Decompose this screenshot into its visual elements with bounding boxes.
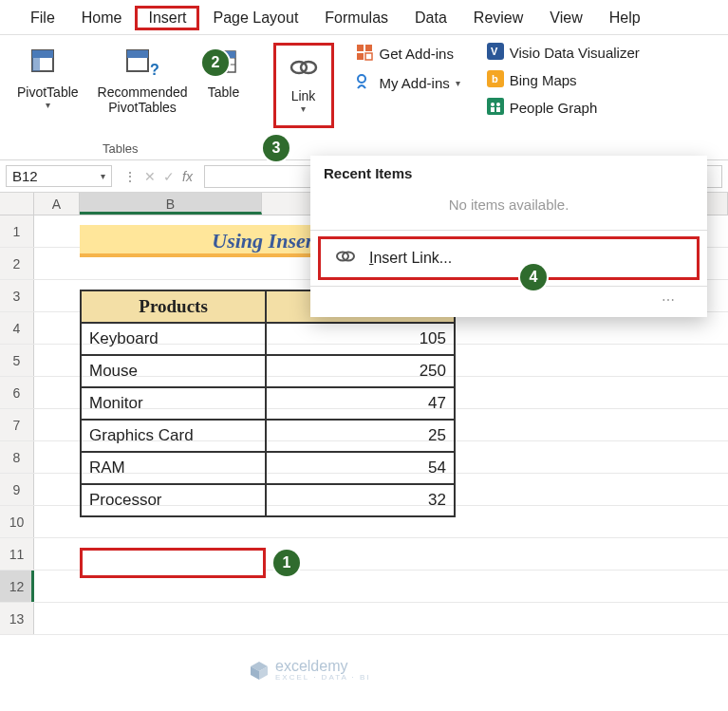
row-header[interactable]: 7 [0,409,34,440]
menu-file[interactable]: File [17,6,68,30]
svg-rect-16 [357,53,364,60]
row-header[interactable]: 9 [0,474,34,505]
row-header[interactable]: 5 [0,345,34,376]
my-addins-label: My Add-ins [380,75,450,91]
select-all-corner[interactable] [0,193,34,215]
selected-cell-b12[interactable] [80,548,266,578]
chevron-down-icon: ▾ [456,78,460,88]
dropdown-title: Recent Items [310,156,707,187]
menu-review[interactable]: Review [460,6,536,30]
get-addins-icon [355,43,374,65]
col-header-A[interactable]: A [34,193,80,215]
cell-unitsold[interactable]: 32 [266,484,455,516]
menu-bar: File Home Insert Page Layout Formulas Da… [0,0,728,35]
menu-home[interactable]: Home [68,6,136,30]
svg-rect-14 [357,45,364,51]
row-header[interactable]: 11 [0,538,34,570]
dropdown-more[interactable]: ⋯ [310,287,707,317]
chevron-down-icon: ▾ [301,103,306,115]
people-graph-icon [487,98,504,118]
svg-text:?: ? [150,62,159,78]
ribbon-group-tables-label: Tables [103,141,139,156]
row-header[interactable]: 10 [0,506,34,537]
svg-rect-15 [365,45,372,51]
step-badge-4: 4 [520,264,547,290]
insert-link-item[interactable]: Insert Link... [318,236,700,280]
recpivot-label-1: Recommended [98,84,188,100]
svg-text:b: b [492,73,498,84]
svg-rect-17 [365,53,372,60]
cell-unitsold[interactable]: 25 [266,420,455,452]
cell-product[interactable]: RAM [81,452,266,484]
cell-unitsold[interactable]: 105 [266,323,455,355]
th-products: Products [81,290,266,323]
recommended-pivottables-icon: ? [125,47,159,81]
step-badge-3: 3 [263,135,289,161]
cell-product[interactable]: Processor [81,484,266,516]
menu-insert[interactable]: Insert [135,6,199,30]
menu-data[interactable]: Data [401,6,460,30]
row-header[interactable]: 6 [0,377,34,408]
row-header[interactable]: 2 [0,248,34,279]
bing-label: Bing Maps [510,72,577,88]
bing-icon: b [487,70,504,90]
cell-product[interactable]: Graphics Card [81,420,266,452]
pivottable-label: PivotTable [17,84,79,100]
get-addins-button[interactable]: Get Add-ins [355,43,460,65]
svg-rect-27 [496,107,500,112]
menu-formulas[interactable]: Formulas [311,6,401,30]
cell-product[interactable]: Monitor [81,387,266,420]
svg-rect-4 [127,50,148,58]
svg-rect-2 [32,50,40,71]
accept-formula-icon[interactable]: ✓ [163,169,175,184]
cell-unitsold[interactable]: 54 [266,452,455,484]
menu-view[interactable]: View [536,6,595,30]
data-table: Products Unit Sold Keyboard105Mouse250Mo… [80,290,456,517]
col-header-B[interactable]: B [80,193,262,215]
row-header[interactable]: 13 [0,603,34,634]
watermark-name: exceldemy [275,659,371,674]
row-header[interactable]: 8 [0,441,34,473]
get-addins-label: Get Add-ins [380,46,454,62]
svg-point-24 [491,103,495,106]
dropdown-empty-text: No items available. [310,187,707,230]
watermark: exceldemy EXCEL · DATA · BI [249,659,371,682]
cell-product[interactable]: Mouse [81,355,266,387]
svg-text:V: V [491,46,498,57]
people-graph-button[interactable]: People Graph [487,98,640,118]
visio-button[interactable]: V Visio Data Visualizer [487,43,640,63]
step-badge-1: 1 [273,550,300,576]
row-header[interactable]: 1 [0,215,34,247]
link-icon [287,50,321,84]
visio-icon: V [487,43,504,63]
row-header[interactable]: 3 [0,280,34,311]
my-addins-icon [355,72,374,94]
svg-point-13 [301,62,316,73]
chevron-down-icon: ▾ [46,100,50,111]
row-header[interactable]: 4 [0,312,34,344]
row-header[interactable]: 12 [0,571,34,602]
cell-product[interactable]: Keyboard [81,323,266,355]
pivottable-button[interactable]: PivotTable▾ [11,43,84,121]
ribbon-insert: PivotTable▾ ? RecommendedPivotTables Tab… [0,35,728,160]
my-addins-button[interactable]: My Add-ins ▾ [355,72,460,94]
cell-unitsold[interactable]: 250 [266,355,455,387]
link-button-highlight: Link▾ [273,43,334,128]
bing-maps-button[interactable]: b Bing Maps [487,70,640,90]
cancel-formula-icon[interactable]: ✕ [144,169,156,184]
table-label: Table [208,84,239,100]
recommended-pivottables-button[interactable]: ? RecommendedPivotTables [92,43,194,121]
link-icon [335,248,356,269]
visio-label: Visio Data Visualizer [510,45,640,61]
name-box[interactable]: B12 ▾ [6,165,112,187]
cell-unitsold[interactable]: 47 [266,387,455,420]
insert-link-label: nsert Link... [373,250,452,266]
menu-page-layout[interactable]: Page Layout [199,6,311,30]
fx-icon[interactable]: fx [182,169,193,184]
menu-help[interactable]: Help [596,6,654,30]
watermark-sub: EXCEL · DATA · BI [275,674,371,682]
link-button[interactable]: Link▾ [277,47,330,124]
svg-rect-23 [487,98,504,115]
svg-point-25 [496,103,500,106]
dropdown-vsep: ⋮ [123,169,137,184]
